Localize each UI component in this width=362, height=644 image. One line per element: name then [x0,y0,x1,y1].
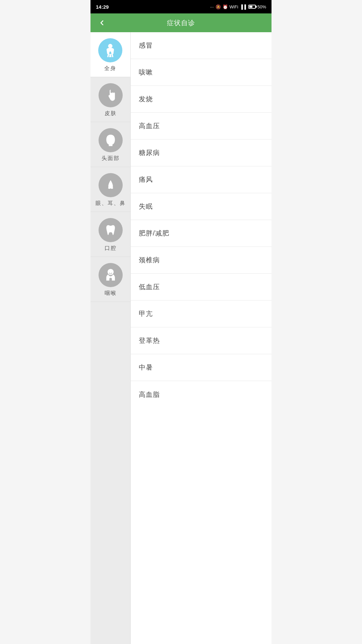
sidebar-label-throat: 咽喉 [105,290,117,297]
symptom-list: 感冒咳嗽发烧高血压糖尿病痛风失眠肥胖/减肥颈椎病低血压甲亢登革热中暑高血脂 [131,32,272,644]
symptom-text: 甲亢 [139,309,153,318]
symptom-text: 糖尿病 [139,148,160,157]
svg-point-0 [108,44,112,48]
alarm-icon: ⏰ [223,4,228,9]
body-icon [103,43,118,58]
svg-point-3 [107,269,113,275]
header: 症状自诊 [90,13,272,32]
symptom-text: 肥胖/减肥 [139,229,169,238]
symptom-text: 登革热 [139,336,160,345]
sidebar-item-whole-body[interactable]: 全身 [90,32,131,77]
sidebar-label-whole-body: 全身 [104,65,116,72]
skin-icon-circle [99,83,123,107]
sidebar-label-head-face: 头面部 [102,155,120,162]
status-time: 14:29 [96,4,109,10]
battery-icon [248,5,256,9]
nose-icon [103,178,118,193]
svg-point-2 [111,187,113,189]
whole-body-icon-circle [98,38,122,62]
sidebar-item-head-face[interactable]: 头面部 [90,122,130,167]
page-title: 症状自诊 [167,18,195,28]
symptom-item[interactable]: 发烧 [131,86,272,113]
symptom-text: 高血脂 [139,390,160,399]
symptom-item[interactable]: 登革热 [131,327,272,354]
symptom-text: 颈椎病 [139,256,160,265]
sidebar-item-skin[interactable]: 皮肤 [90,77,130,122]
eye-ear-nose-icon-circle [99,173,123,197]
symptom-text: 高血压 [139,121,160,130]
symptom-item[interactable]: 甲亢 [131,301,272,327]
symptom-item[interactable]: 糖尿病 [131,140,272,166]
throat-icon [103,268,118,282]
symptom-text: 感冒 [139,41,153,50]
symptom-text: 失眠 [139,202,153,211]
status-icons: ··· 🔕 ⏰ WiFi ▐▐ 50% [210,4,266,9]
symptom-text: 咳嗽 [139,68,153,77]
symptom-item[interactable]: 肥胖/减肥 [131,220,272,247]
sidebar-label-eye-ear-nose: 眼、耳、鼻 [96,200,126,207]
category-sidebar: 全身 皮肤 头面部 [90,32,131,644]
head-icon [103,133,118,148]
sidebar-item-eye-ear-nose[interactable]: 眼、耳、鼻 [90,167,130,212]
symptom-item[interactable]: 颈椎病 [131,247,272,274]
symptom-text: 发烧 [139,95,153,104]
symptom-item[interactable]: 高血压 [131,113,272,140]
tooth-icon [103,223,118,237]
back-button[interactable] [96,17,108,29]
sidebar-item-oral[interactable]: 口腔 [90,212,130,257]
svg-point-1 [108,187,110,189]
battery-percent: 50% [257,4,266,9]
signal-icon: ▐▐ [240,4,246,9]
symptom-item[interactable]: 痛风 [131,166,272,193]
symptom-item[interactable]: 感冒 [131,32,272,59]
head-face-icon-circle [99,128,123,152]
sidebar-label-oral: 口腔 [105,245,117,252]
main-content: 全身 皮肤 头面部 [90,32,272,644]
sidebar-item-throat[interactable]: 咽喉 [90,257,130,302]
status-bar: 14:29 ··· 🔕 ⏰ WiFi ▐▐ 50% [90,0,272,13]
symptom-item[interactable]: 中暑 [131,354,272,381]
symptom-text: 中暑 [139,363,153,372]
throat-icon-circle [99,263,123,287]
symptom-text: 低血压 [139,282,160,291]
wifi-icon: WiFi [230,4,238,9]
hand-icon [103,88,118,103]
symptom-item[interactable]: 失眠 [131,193,272,220]
symptom-item[interactable]: 咳嗽 [131,59,272,86]
oral-icon-circle [99,218,123,242]
mute-icon: 🔕 [216,4,221,9]
symptom-item[interactable]: 高血脂 [131,381,272,408]
dots-icon: ··· [210,4,214,9]
sidebar-label-skin: 皮肤 [105,110,117,117]
symptom-text: 痛风 [139,175,153,184]
symptom-item[interactable]: 低血压 [131,274,272,301]
